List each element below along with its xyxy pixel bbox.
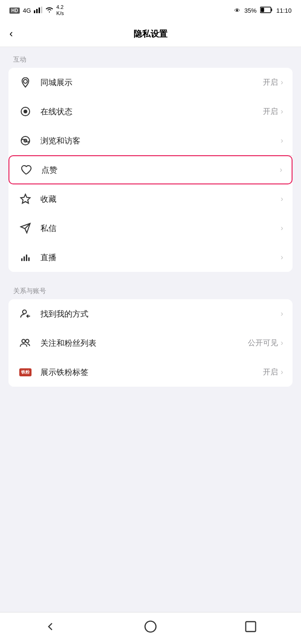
svg-rect-6 bbox=[261, 8, 264, 12]
follow-label: 关注和粉丝列表 bbox=[40, 338, 248, 349]
tiefan-icon: 铁粉 bbox=[18, 365, 33, 380]
svg-rect-0 bbox=[34, 10, 35, 13]
browse-label: 浏览和访客 bbox=[40, 135, 278, 146]
back-button[interactable]: ‹ bbox=[9, 29, 13, 39]
tiefan-value: 开启 bbox=[263, 367, 278, 377]
menu-item-message[interactable]: 私信 › bbox=[8, 214, 293, 243]
message-label: 私信 bbox=[40, 223, 278, 234]
svg-rect-15 bbox=[28, 257, 30, 261]
findme-icon bbox=[18, 306, 33, 321]
menu-item-online[interactable]: 在线状态 开启 › bbox=[8, 97, 293, 126]
browse-chevron: › bbox=[281, 136, 283, 145]
tongcheng-chevron: › bbox=[281, 78, 283, 87]
findme-chevron: › bbox=[281, 310, 283, 318]
tongcheng-value: 开启 bbox=[263, 78, 278, 87]
menu-item-follow[interactable]: 关注和粉丝列表 公开可见 › bbox=[8, 328, 293, 358]
svg-rect-14 bbox=[26, 254, 27, 261]
live-label: 直播 bbox=[40, 252, 278, 263]
follow-chevron: › bbox=[281, 339, 283, 347]
status-right: 👁 35% 11:10 bbox=[234, 7, 292, 15]
svg-point-20 bbox=[26, 340, 29, 343]
like-chevron: › bbox=[280, 166, 282, 174]
menu-item-tiefan[interactable]: 铁粉 展示铁粉标签 开启 › bbox=[8, 358, 293, 387]
svg-rect-13 bbox=[24, 256, 25, 261]
header: ‹ 隐私设置 bbox=[0, 21, 301, 47]
section-label-hudong: 互动 bbox=[0, 47, 301, 68]
tiefan-chevron: › bbox=[281, 368, 283, 376]
online-chevron: › bbox=[281, 107, 283, 116]
menu-item-collect[interactable]: 收藏 › bbox=[8, 184, 293, 214]
location-icon bbox=[18, 75, 33, 90]
svg-point-19 bbox=[22, 340, 25, 343]
browse-icon bbox=[18, 133, 33, 148]
tiefan-label: 展示铁粉标签 bbox=[40, 367, 263, 378]
follow-value: 公开可见 bbox=[248, 338, 278, 348]
online-label: 在线状态 bbox=[40, 106, 263, 117]
bottom-nav bbox=[0, 612, 301, 644]
hudong-group: 同城展示 开启 › 在线状态 开启 › 浏览和访客 › bbox=[8, 68, 293, 272]
live-chevron: › bbox=[281, 253, 283, 262]
svg-rect-2 bbox=[39, 8, 40, 13]
page-title: 隐私设置 bbox=[134, 28, 167, 40]
nav-home-button[interactable] bbox=[139, 615, 162, 638]
status-bar: HD 4G 4.2K/s 👁 35% 11:10 bbox=[0, 0, 301, 21]
eye-icon: 👁 bbox=[234, 7, 240, 14]
svg-rect-5 bbox=[271, 8, 272, 11]
menu-item-findme[interactable]: 找到我的方式 › bbox=[8, 299, 293, 328]
star-icon bbox=[18, 191, 33, 207]
menu-item-live[interactable]: 直播 › bbox=[8, 243, 293, 272]
svg-point-7 bbox=[24, 80, 27, 83]
nav-back-button[interactable] bbox=[39, 615, 62, 638]
battery-icon bbox=[260, 7, 272, 15]
svg-point-9 bbox=[24, 110, 27, 113]
collect-chevron: › bbox=[281, 195, 283, 203]
like-label: 点赞 bbox=[41, 165, 277, 175]
network-speed: 4.2K/s bbox=[56, 4, 64, 16]
online-icon bbox=[18, 104, 33, 119]
nav-recent-button[interactable] bbox=[239, 615, 262, 638]
live-icon bbox=[18, 250, 33, 265]
like-icon bbox=[19, 162, 34, 177]
status-left: HD 4G 4.2K/s bbox=[9, 4, 64, 16]
svg-rect-12 bbox=[21, 258, 23, 261]
menu-item-browse[interactable]: 浏览和访客 › bbox=[8, 126, 293, 155]
message-chevron: › bbox=[281, 224, 283, 232]
bars-icon bbox=[34, 7, 42, 15]
tiefan-badge: 铁粉 bbox=[19, 368, 32, 376]
svg-rect-3 bbox=[41, 7, 42, 13]
message-icon bbox=[18, 221, 33, 236]
tongcheng-label: 同城展示 bbox=[40, 77, 263, 88]
battery-text: 35% bbox=[244, 7, 256, 14]
findme-label: 找到我的方式 bbox=[40, 309, 278, 319]
account-group: 找到我的方式 › 关注和粉丝列表 公开可见 › 铁粉 展示铁粉标签 开启 › bbox=[8, 299, 293, 387]
collect-label: 收藏 bbox=[40, 194, 278, 205]
svg-rect-22 bbox=[246, 621, 256, 631]
wifi-icon bbox=[45, 7, 54, 15]
svg-point-16 bbox=[23, 310, 26, 314]
content: 互动 同城展示 开启 › 在线状态 开启 › 浏览和访客 bbox=[0, 47, 301, 612]
time: 11:10 bbox=[276, 7, 292, 14]
hd-badge: HD bbox=[9, 8, 20, 14]
svg-rect-1 bbox=[36, 9, 38, 13]
svg-point-21 bbox=[145, 621, 156, 632]
signal-icon: 4G bbox=[23, 7, 31, 14]
menu-item-like[interactable]: 点赞 › bbox=[8, 155, 293, 184]
online-value: 开启 bbox=[263, 107, 278, 117]
follow-icon bbox=[18, 335, 33, 350]
section-label-account: 关系与账号 bbox=[0, 278, 301, 299]
menu-item-tongcheng[interactable]: 同城展示 开启 › bbox=[8, 68, 293, 97]
